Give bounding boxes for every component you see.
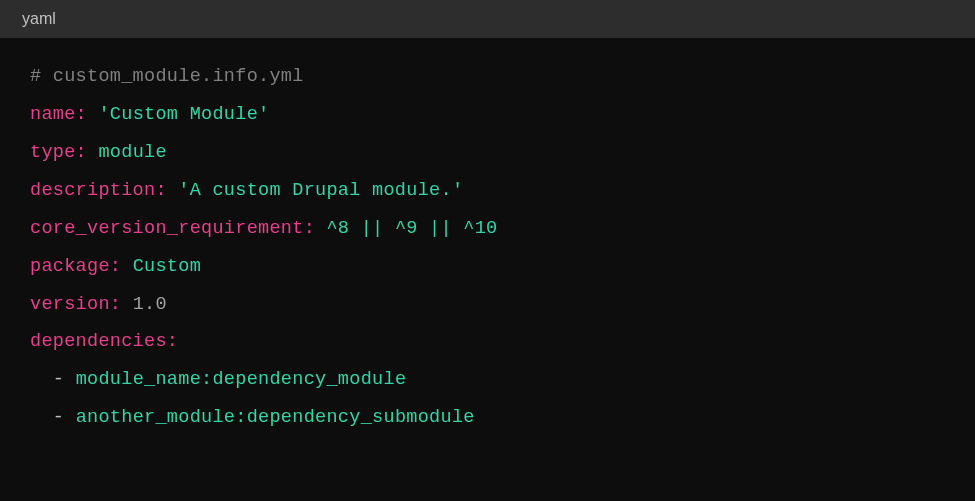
colon: : [155, 180, 166, 201]
dependency-value: another_module:dependency_submodule [76, 407, 475, 428]
yaml-value: ^8 || ^9 || ^10 [326, 218, 497, 239]
dash: - [53, 407, 64, 428]
code-body: # custom_module.info.yml name: 'Custom M… [0, 38, 975, 501]
yaml-key: description [30, 180, 155, 201]
yaml-value: Custom [133, 256, 201, 277]
yaml-key: dependencies [30, 331, 167, 352]
kv-line: description: 'A custom Drupal module.' [30, 172, 945, 210]
kv-line: core_version_requirement: ^8 || ^9 || ^1… [30, 210, 945, 248]
yaml-key: core_version_requirement [30, 218, 304, 239]
yaml-value: 'A custom Drupal module.' [178, 180, 463, 201]
list-item-line: - another_module:dependency_submodule [30, 399, 945, 437]
yaml-key: version [30, 294, 110, 315]
dependency-value: module_name:dependency_module [76, 369, 407, 390]
yaml-value: module [98, 142, 166, 163]
kv-line: name: 'Custom Module' [30, 96, 945, 134]
comment-line: # custom_module.info.yml [30, 58, 945, 96]
language-label: yaml [22, 10, 56, 27]
colon: : [167, 331, 178, 352]
colon: : [110, 256, 121, 277]
yaml-value: 1.0 [133, 294, 167, 315]
yaml-value: 'Custom Module' [98, 104, 269, 125]
colon: : [304, 218, 315, 239]
colon: : [76, 104, 87, 125]
dash: - [53, 369, 64, 390]
kv-line: version: 1.0 [30, 286, 945, 324]
yaml-key: type [30, 142, 76, 163]
comment-text: # custom_module.info.yml [30, 66, 304, 87]
yaml-key: package [30, 256, 110, 277]
yaml-key: name [30, 104, 76, 125]
code-language-header: yaml [0, 0, 975, 38]
dependencies-key-line: dependencies: [30, 323, 945, 361]
code-block-container: yaml # custom_module.info.yml name: 'Cus… [0, 0, 975, 501]
list-item-line: - module_name:dependency_module [30, 361, 945, 399]
kv-line: package: Custom [30, 248, 945, 286]
kv-line: type: module [30, 134, 945, 172]
colon: : [110, 294, 121, 315]
colon: : [76, 142, 87, 163]
